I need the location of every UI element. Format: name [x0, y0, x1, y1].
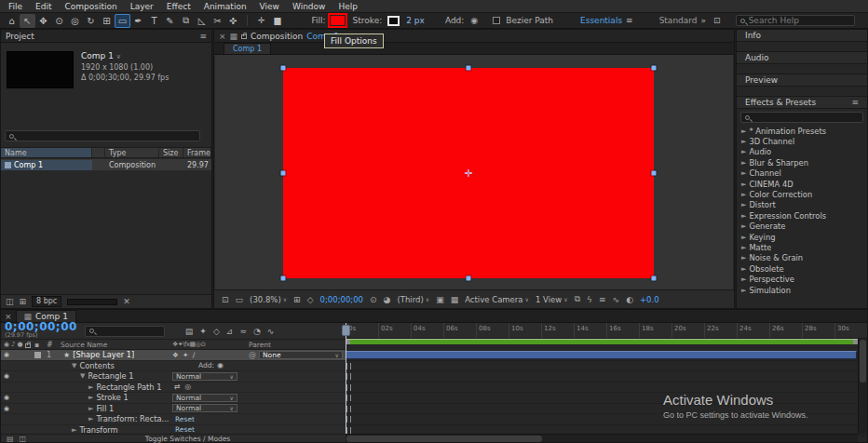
motion-blur-icon[interactable]: ◔	[253, 327, 261, 336]
twirl-icon[interactable]: ►	[741, 265, 746, 273]
timeline-search-input[interactable]	[85, 326, 165, 337]
bezier-path-label[interactable]: Bezier Path	[506, 16, 553, 25]
scrollbar-thumb[interactable]	[346, 436, 542, 442]
timeline-track-row[interactable]	[346, 371, 867, 383]
panel-menu-icon[interactable]: ≡	[851, 98, 859, 107]
preview-time[interactable]: 0;00;00;00	[320, 295, 363, 304]
effects-item[interactable]: ►Color Correction	[737, 189, 867, 199]
menu-item-layer[interactable]: Layer	[124, 0, 160, 13]
view-layout-dropdown[interactable]: 1 View∨	[536, 295, 568, 304]
selection-handle[interactable]	[652, 66, 657, 71]
twirl-icon[interactable]: ►	[88, 415, 93, 423]
twirl-icon[interactable]: ▼	[80, 372, 85, 380]
twirl-icon[interactable]: ►	[741, 181, 746, 188]
more-workspaces-icon[interactable]: »	[701, 16, 707, 25]
new-folder-icon[interactable]: ⊞	[20, 297, 27, 306]
choose-grid-icon[interactable]: ⊞	[293, 295, 301, 304]
effects-item[interactable]: ►Noise & Grain	[737, 253, 867, 263]
twirl-icon[interactable]: ►	[741, 128, 746, 135]
switches-column-header[interactable]: ❖✦\fx▦◎⊙	[172, 341, 249, 348]
shy-layers-icon[interactable]: ⊿	[226, 327, 234, 336]
type-tool[interactable]: T	[146, 14, 162, 28]
menu-item-file[interactable]: File	[2, 0, 29, 13]
workspace-standard[interactable]: Standard	[659, 16, 698, 25]
fill-swatch[interactable]	[331, 16, 345, 25]
menu-item-edit[interactable]: Edit	[29, 0, 58, 13]
shape-preview-icon[interactable]: ▆	[275, 16, 281, 25]
timeline-row[interactable]: ▼ContentsAdd:◉	[1, 361, 346, 372]
shape-rectangle[interactable]: ✛	[283, 68, 654, 278]
source-name-column-header[interactable]: Source Name	[61, 341, 172, 349]
reset-exposure-icon[interactable]: ◐	[626, 295, 633, 304]
project-row-comp1[interactable]: Comp 1 Composition 29.97	[1, 159, 211, 170]
monitor-icon[interactable]: ▭	[236, 295, 244, 304]
exposure-value[interactable]: +0.0	[640, 295, 659, 304]
fill-label[interactable]: Fill:	[311, 16, 325, 25]
effects-item[interactable]: ►Simulation	[737, 285, 867, 295]
anchor-point-icon[interactable]: ✛	[464, 168, 472, 180]
panel-header-info[interactable]: Info	[737, 30, 867, 42]
project-tab[interactable]: Project	[6, 32, 34, 41]
timeline-horizontal-scrollbar[interactable]	[346, 434, 858, 442]
effects-item[interactable]: ►Keying	[737, 232, 867, 242]
twirl-icon[interactable]: ►	[741, 148, 746, 155]
selection-handle[interactable]	[467, 66, 471, 71]
project-row-name[interactable]: Comp 1	[1, 160, 92, 170]
timeline-row[interactable]: ◉▼Rectangle 1Normal∨	[1, 371, 346, 383]
selection-handle[interactable]	[281, 276, 286, 281]
twirl-icon[interactable]: ►	[72, 426, 76, 434]
effects-search-input[interactable]	[740, 112, 863, 123]
work-area-bar[interactable]	[346, 339, 867, 344]
help-search-input[interactable]: Search Help	[736, 15, 855, 26]
time-ruler[interactable]: 0s02s04s06s08s10s12s14s16s18s20s22s24s26…	[346, 323, 867, 339]
effects-item[interactable]: ►Generate	[737, 222, 867, 232]
timeline-track-row[interactable]	[346, 361, 867, 372]
selection-handle[interactable]	[281, 66, 286, 71]
clone-stamp-tool[interactable]: ⧉	[178, 14, 194, 28]
effects-item[interactable]: ►Obsolete	[737, 263, 867, 274]
reset-link[interactable]: Reset	[175, 415, 195, 423]
lock-icon[interactable]	[241, 34, 247, 39]
twirl-icon[interactable]: ►	[741, 234, 746, 241]
shape-tool[interactable]: ▭	[115, 14, 130, 28]
panel-header-preview[interactable]: Preview	[737, 74, 867, 87]
parent-dropdown[interactable]: None∨	[259, 351, 343, 359]
toggle-switches-modes-button[interactable]: Toggle Switches / Modes	[145, 435, 230, 443]
scrollbar-thumb[interactable]	[860, 340, 866, 383]
bit-depth-button[interactable]: 8 bpc	[32, 296, 61, 307]
visibility-toggle[interactable]: ◉	[4, 405, 13, 412]
effects-item[interactable]: ►Matte	[737, 242, 867, 252]
selection-tool[interactable]: ↖	[20, 14, 35, 28]
frame-blending-icon[interactable]: ≈	[239, 327, 247, 336]
effects-presets-header[interactable]: Effects & Presets ≡	[737, 97, 867, 109]
close-icon[interactable]: ×	[219, 32, 226, 41]
timeline-button-icon[interactable]: ≡	[599, 295, 606, 304]
effects-item[interactable]: ►Audio	[737, 147, 867, 157]
effects-item[interactable]: ►CINEMA 4D	[737, 179, 867, 189]
layer-switches[interactable]: ❖ ✦ /	[172, 351, 196, 359]
twirl-icon[interactable]: ►	[741, 254, 746, 262]
twirl-icon[interactable]: ►	[741, 222, 746, 230]
effects-item[interactable]: ►Expression Controls	[737, 210, 867, 221]
draft-3d-icon[interactable]: ◇	[213, 327, 220, 336]
playhead-handle[interactable]	[342, 325, 350, 336]
twirl-icon[interactable]: ►	[741, 212, 746, 220]
expand-layers-icon[interactable]: ▤	[7, 435, 14, 443]
blend-mode-dropdown[interactable]: Normal∨	[172, 394, 237, 402]
twirl-icon[interactable]: ►	[88, 394, 93, 401]
visibility-toggle[interactable]: ◉	[4, 394, 13, 401]
effects-item[interactable]: ►* Animation Presets	[737, 126, 867, 136]
viewer-tab-comp1[interactable]: Comp 1	[224, 43, 271, 54]
timeline-row[interactable]: ◉►Stroke 1Normal∨	[1, 393, 346, 404]
menu-item-effect[interactable]: Effect	[160, 0, 197, 13]
twirl-icon[interactable]: ►	[741, 201, 746, 208]
twirl-icon[interactable]: ▼	[72, 362, 76, 369]
roto-brush-tool[interactable]: ✂	[210, 14, 225, 28]
blend-mode-dropdown[interactable]: Normal∨	[172, 372, 237, 381]
menu-item-animation[interactable]: Animation	[197, 0, 253, 13]
eraser-tool[interactable]: ◺	[194, 14, 210, 28]
visibility-toggle[interactable]: ◉	[4, 351, 13, 358]
column-frame[interactable]: Frame ...	[183, 148, 211, 157]
mask-visibility-icon[interactable]: ◇	[307, 295, 314, 304]
timeline-row[interactable]: ◉1★[Shape Layer 1]❖ ✦ /@None∨	[1, 350, 346, 361]
